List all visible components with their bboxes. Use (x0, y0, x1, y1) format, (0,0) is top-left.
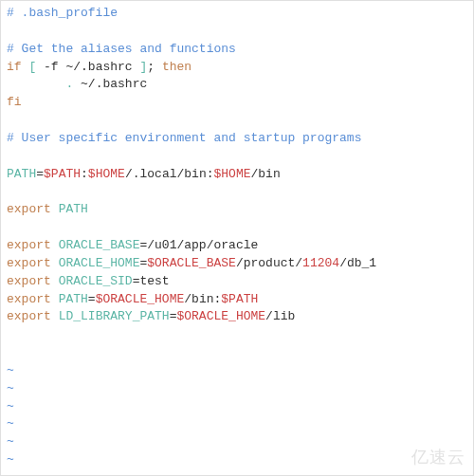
empty-line-tilde: ~ (7, 415, 467, 433)
blank-line (7, 183, 467, 201)
comment-userspec: # User specific environment and startup … (7, 131, 361, 145)
code-line: fi (7, 94, 467, 112)
keyword-fi: fi (7, 95, 22, 109)
name-oracle-sid: ORACLE_SID (59, 274, 133, 288)
code-line: export PATH (7, 201, 467, 219)
var-path: $PATH (221, 292, 258, 306)
blank-line (7, 112, 467, 130)
empty-line-tilde: ~ (7, 362, 467, 380)
blank-line (7, 23, 467, 41)
code-line: . ~/.bashrc (7, 76, 467, 94)
code-line: export ORACLE_SID=test (7, 273, 467, 291)
comment-header: # .bash_profile (7, 6, 118, 20)
blank-line (7, 219, 467, 237)
code-line: export PATH=$ORACLE_HOME/bin:$PATH (7, 291, 467, 309)
blank-line (7, 326, 467, 344)
name-ld-library-path: LD_LIBRARY_PATH (59, 309, 170, 323)
empty-line-tilde: ~ (7, 380, 467, 398)
comment-aliases: # Get the aliases and functions (7, 42, 236, 56)
var-path: $PATH (44, 167, 81, 181)
keyword-then: then (162, 60, 191, 74)
code-line: export ORACLE_HOME=$ORACLE_BASE/product/… (7, 255, 467, 273)
code-line: # User specific environment and startup … (7, 130, 467, 148)
var-oracle-home: $ORACLE_HOME (96, 292, 185, 306)
code-line: if [ -f ~/.bashrc ]; then (7, 59, 467, 77)
code-line: export LD_LIBRARY_PATH=$ORACLE_HOME/lib (7, 308, 467, 326)
var-home: $HOME (214, 167, 251, 181)
keyword-if: if (7, 60, 22, 74)
code-line: export ORACLE_BASE=/u01/app/oracle (7, 237, 467, 255)
blank-line (7, 148, 467, 166)
var-oracle-home: $ORACLE_HOME (176, 309, 265, 323)
keyword-export: export (7, 202, 51, 216)
code-line: # .bash_profile (7, 5, 467, 23)
name-path: PATH (7, 167, 36, 181)
empty-line-tilde: ~ (7, 398, 467, 416)
var-oracle-base: $ORACLE_BASE (147, 256, 236, 270)
var-home: $HOME (88, 167, 125, 181)
blank-line (7, 344, 467, 362)
name-path: PATH (59, 292, 88, 306)
name-path: PATH (59, 202, 88, 216)
code-line: # Get the aliases and functions (7, 41, 467, 59)
name-oracle-base: ORACLE_BASE (59, 238, 140, 252)
empty-line-tilde: ~ (7, 451, 467, 469)
empty-line-tilde: ~ (7, 433, 467, 451)
version-number: 11204 (302, 256, 339, 270)
code-line: PATH=$PATH:$HOME/.local/bin:$HOME/bin (7, 166, 467, 184)
name-oracle-home: ORACLE_HOME (59, 256, 140, 270)
empty-line-tilde: ~ (7, 469, 467, 476)
